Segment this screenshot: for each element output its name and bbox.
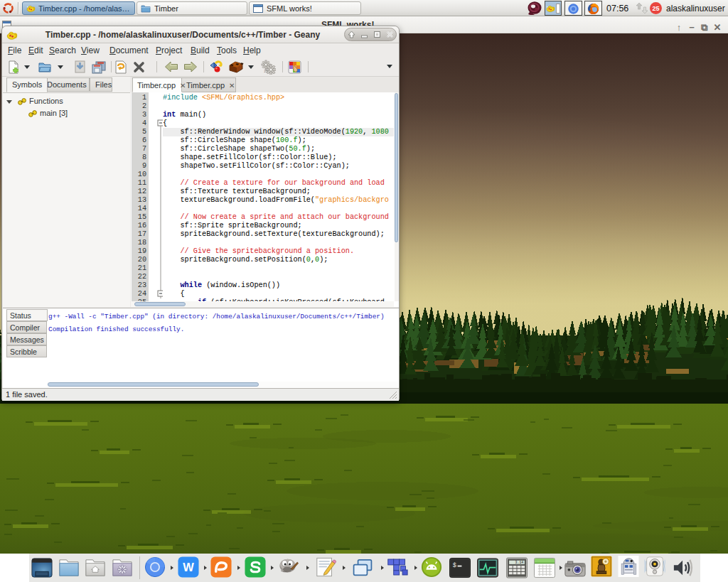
svg-text:3.14: 3.14 — [515, 561, 524, 564]
svg-text:W: W — [183, 561, 194, 573]
svg-text:10: 10 — [264, 69, 268, 73]
svg-text:$: $ — [453, 562, 456, 569]
